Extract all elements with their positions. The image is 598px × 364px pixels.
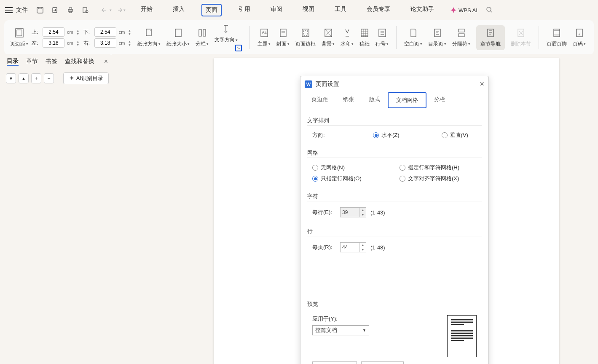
spinner-down: ▼ xyxy=(360,212,366,217)
spinner-up[interactable]: ▲ xyxy=(360,243,366,247)
tab-insert[interactable]: 插入 xyxy=(169,4,188,16)
tab-review[interactable]: 审阅 xyxy=(267,4,286,16)
spinner-up[interactable]: ▲ xyxy=(127,40,131,43)
radio-horizontal[interactable]: 水平(Z) xyxy=(373,131,400,139)
watermark-button[interactable]: 水印▾ xyxy=(341,28,354,48)
dialog-tab-layout[interactable]: 版式 xyxy=(362,92,388,108)
page-number-button[interactable]: #页码▾ xyxy=(573,28,586,48)
dialog-close-icon[interactable]: × xyxy=(480,80,484,88)
search-icon[interactable] xyxy=(486,6,493,14)
save-icon[interactable] xyxy=(36,6,44,14)
unit-label: cm xyxy=(119,29,125,35)
spinner-up[interactable]: ▲ xyxy=(76,29,80,32)
side-close-icon[interactable]: × xyxy=(104,58,108,65)
print-preview-icon[interactable] xyxy=(82,6,89,14)
paper-size-button[interactable]: 纸张大小▾ xyxy=(166,28,190,48)
spinner-down[interactable]: ▼ xyxy=(76,43,80,46)
ai-toc-label: AI识别目录 xyxy=(76,75,103,82)
header-footer-button[interactable]: 页眉页脚 xyxy=(547,28,567,48)
hamburger-menu-icon[interactable] xyxy=(5,7,13,13)
radio-line-char-grid[interactable]: 指定行和字符网格(H) xyxy=(400,164,482,171)
per-page-input[interactable] xyxy=(341,244,359,250)
line-number-button[interactable]: 行号▾ xyxy=(375,28,389,48)
tab-reference[interactable]: 引用 xyxy=(235,4,254,16)
font-setting-button[interactable]: 字体设置(F)... xyxy=(361,361,404,364)
radio-line-only-grid[interactable]: 只指定行网格(O) xyxy=(312,175,394,182)
tab-page[interactable]: 页面 xyxy=(201,4,222,16)
margin-right-input[interactable] xyxy=(94,38,116,48)
no-grid-label: 无网格(N) xyxy=(321,164,345,171)
svg-rect-10 xyxy=(17,30,22,36)
export-icon[interactable] xyxy=(51,6,59,14)
text-direction-button[interactable]: 文字方向▾ xyxy=(215,24,238,43)
dialog-tab-grid[interactable]: 文档网格 xyxy=(388,92,426,108)
remove-button[interactable]: − xyxy=(44,73,54,83)
blank-page-button[interactable]: 空白页▾ xyxy=(404,28,422,48)
radio-vertical[interactable]: 垂直(V) xyxy=(442,131,468,139)
radio-char-align-grid[interactable]: 文字对齐字符网格(X) xyxy=(400,175,482,182)
tab-view[interactable]: 视图 xyxy=(299,4,318,16)
background-label: 背景 xyxy=(322,40,332,48)
spinner-down[interactable]: ▼ xyxy=(360,247,366,252)
tab-start[interactable]: 开始 xyxy=(137,4,156,16)
lined-paper-icon xyxy=(359,28,370,38)
collapse-up-button[interactable]: ▴ xyxy=(19,73,29,83)
delete-section-icon xyxy=(516,28,526,38)
dialog-tab-columns[interactable]: 分栏 xyxy=(426,92,453,108)
lined-paper-button[interactable]: 稿纸 xyxy=(359,28,370,48)
tab-thesis[interactable]: 论文助手 xyxy=(407,4,437,16)
apply-to-select[interactable]: 整篇文档▼ xyxy=(312,325,369,335)
spinner-down[interactable]: ▼ xyxy=(127,43,131,46)
page-margin-button[interactable]: 页边距▾ xyxy=(10,28,28,48)
radio-no-grid[interactable]: 无网格(N) xyxy=(312,164,394,171)
ai-icon xyxy=(69,75,75,81)
add-button[interactable]: + xyxy=(31,73,41,83)
margin-left-input[interactable] xyxy=(43,38,64,48)
print-icon[interactable] xyxy=(67,6,74,14)
per-page-label: 每页(R): xyxy=(312,244,336,251)
section-nav-button[interactable]: 章节导航 xyxy=(476,25,505,50)
toc-page-button[interactable]: 目录页▾ xyxy=(428,28,446,48)
delete-section-button: 删除本节 xyxy=(511,28,531,48)
margin-bottom-input[interactable] xyxy=(94,27,116,37)
cover-button[interactable]: 封面▾ xyxy=(276,28,290,48)
background-button[interactable]: 背景▾ xyxy=(322,28,335,48)
text-arrangement-title: 文字排列 xyxy=(307,117,333,124)
margin-top-input[interactable] xyxy=(43,27,64,37)
undo-button[interactable]: ▾ xyxy=(101,7,112,13)
svg-rect-12 xyxy=(175,29,181,37)
spinner-up[interactable]: ▲ xyxy=(76,40,80,43)
page-border-button[interactable]: 页面边框 xyxy=(295,28,316,48)
line-number-icon xyxy=(377,28,387,38)
side-tab-section[interactable]: 章节 xyxy=(26,58,38,65)
unit-label: cm xyxy=(119,40,125,46)
file-menu[interactable]: 文件 xyxy=(16,6,28,14)
spinner-down[interactable]: ▼ xyxy=(127,32,131,35)
side-tab-bookmark[interactable]: 书签 xyxy=(46,58,57,65)
draw-grid-button[interactable]: 绘图网格(W)... xyxy=(312,361,357,364)
spinner-up[interactable]: ▲ xyxy=(127,29,131,32)
columns-button[interactable]: 分栏▾ xyxy=(196,28,209,48)
side-tab-find[interactable]: 查找和替换 xyxy=(65,58,94,65)
ai-toc-button[interactable]: AI识别目录 xyxy=(63,72,109,84)
dialog-tab-margin[interactable]: 页边距 xyxy=(304,92,335,108)
watermark-icon xyxy=(342,28,352,38)
separator-button[interactable]: 分隔符▾ xyxy=(452,28,470,48)
paper-orientation-button[interactable]: 纸张方向▾ xyxy=(137,28,161,48)
page-margin-icon xyxy=(14,28,24,38)
wps-ai-button[interactable]: WPS AI xyxy=(450,7,477,13)
tab-tools[interactable]: 工具 xyxy=(331,4,350,16)
page-setup-dialog-launcher[interactable]: ↘ xyxy=(235,45,242,51)
expand-down-button[interactable]: ▾ xyxy=(6,73,16,83)
spinner-down[interactable]: ▼ xyxy=(76,32,80,35)
separator-label: 分隔符 xyxy=(452,40,467,48)
dialog-tab-paper[interactable]: 纸张 xyxy=(335,92,362,108)
per-line-label: 每行(E): xyxy=(312,209,336,216)
blank-page-icon xyxy=(408,28,418,38)
side-tab-toc[interactable]: 目录 xyxy=(7,57,19,66)
theme-button[interactable]: Aa主题▾ xyxy=(257,28,271,48)
text-direction-icon xyxy=(221,24,231,34)
tab-member[interactable]: 会员专享 xyxy=(363,4,394,16)
redo-button[interactable]: ▾ xyxy=(115,7,126,13)
lines-title: 行 xyxy=(307,228,316,235)
